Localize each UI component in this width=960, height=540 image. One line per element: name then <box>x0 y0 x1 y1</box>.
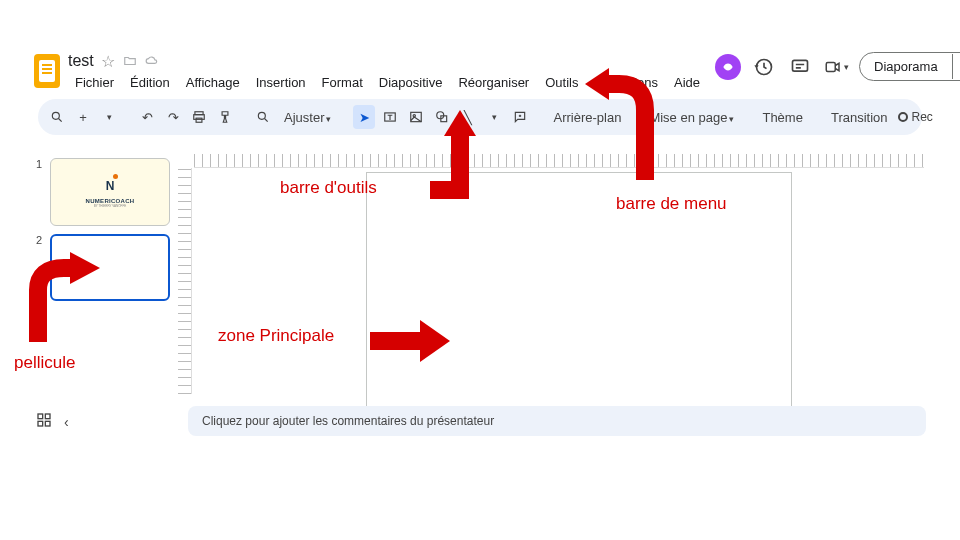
svg-rect-0 <box>793 60 808 71</box>
speaker-notes-placeholder: Cliquez pour ajouter les commentaires du… <box>202 414 494 428</box>
menu-file[interactable]: Fichier <box>68 72 121 93</box>
slide-canvas[interactable] <box>366 172 792 412</box>
zoom-fit-label[interactable]: Ajuster▾ <box>278 110 337 125</box>
menu-bar: Fichier Édition Affichage Insertion Form… <box>68 72 707 93</box>
svg-rect-1 <box>826 62 835 71</box>
rec-button[interactable]: Rec <box>898 110 939 124</box>
print-icon[interactable] <box>188 105 210 129</box>
shape-tool-icon[interactable] <box>431 105 453 129</box>
svg-rect-12 <box>38 414 43 419</box>
collapse-filmstrip-icon[interactable]: ‹ <box>64 414 69 430</box>
star-icon[interactable]: ☆ <box>100 53 116 69</box>
image-tool-icon[interactable] <box>405 105 427 129</box>
svg-point-6 <box>258 112 265 119</box>
slide-number-2: 2 <box>36 234 46 302</box>
slide-thumb-1[interactable]: NUMERICOACH BY THIERRY VANOFFE <box>50 158 170 226</box>
slideshow-dropdown[interactable]: ▾ <box>952 54 960 79</box>
logo-subtext: BY THIERRY VANOFFE <box>86 204 135 208</box>
svg-point-2 <box>52 112 59 119</box>
select-tool-icon[interactable]: ➤ <box>353 105 375 129</box>
cloud-status-icon[interactable] <box>144 53 160 69</box>
speaker-notes[interactable]: Cliquez pour ajouter les commentaires du… <box>188 406 926 436</box>
line-tool-icon[interactable]: ╲ <box>457 105 479 129</box>
layout-button[interactable]: Mise en page▾ <box>643 110 740 125</box>
slides-logo-icon[interactable] <box>34 54 60 88</box>
slide-thumb-2[interactable] <box>50 234 170 302</box>
zoom-icon[interactable] <box>252 105 274 129</box>
logo-text: NUMERICOACH <box>86 198 135 204</box>
title-bar: test ☆ Fichier Édition Affichage Inserti… <box>28 46 932 93</box>
editor-area <box>178 154 932 402</box>
comment-tool-icon[interactable] <box>509 105 531 129</box>
ruler-horizontal[interactable] <box>194 154 924 168</box>
history-icon[interactable] <box>751 54 777 80</box>
comments-icon[interactable] <box>787 54 813 80</box>
workspace: 1 NUMERICOACH BY THIERRY VANOFFE 2 <box>28 154 932 402</box>
extension-badge-icon[interactable] <box>715 54 741 80</box>
grid-view-icon[interactable] <box>36 412 52 432</box>
paint-format-icon[interactable] <box>214 105 236 129</box>
toolbar: + ▾ ↶ ↷ Ajuster▾ ➤ ╲ ▾ Arrière-plan Mise… <box>38 99 922 135</box>
filmstrip[interactable]: 1 NUMERICOACH BY THIERRY VANOFFE 2 <box>28 154 178 402</box>
slideshow-button[interactable]: Diaporama ▾ <box>859 52 960 81</box>
menu-extensions[interactable]: Extensions <box>587 72 665 93</box>
menu-format[interactable]: Format <box>315 72 370 93</box>
menu-help[interactable]: Aide <box>667 72 707 93</box>
undo-icon[interactable]: ↶ <box>136 105 158 129</box>
textbox-tool-icon[interactable] <box>379 105 401 129</box>
search-menu-icon[interactable] <box>46 105 68 129</box>
menu-tools[interactable]: Outils <box>538 72 585 93</box>
ruler-vertical[interactable] <box>178 168 192 394</box>
transition-button[interactable]: Transition <box>825 110 894 125</box>
new-slide-dropdown-icon[interactable]: ▾ <box>98 105 120 129</box>
document-name[interactable]: test <box>68 52 94 70</box>
menu-edit[interactable]: Édition <box>123 72 177 93</box>
menu-insert[interactable]: Insertion <box>249 72 313 93</box>
redo-icon[interactable]: ↷ <box>162 105 184 129</box>
slides-app: test ☆ Fichier Édition Affichage Inserti… <box>28 46 932 450</box>
slide-number-1: 1 <box>36 158 46 226</box>
svg-rect-15 <box>45 421 50 426</box>
menu-arrange[interactable]: Réorganiser <box>451 72 536 93</box>
theme-button[interactable]: Thème <box>756 110 808 125</box>
menu-slide[interactable]: Diapositive <box>372 72 450 93</box>
numericoach-logo-icon <box>100 176 120 196</box>
move-folder-icon[interactable] <box>122 53 138 69</box>
rec-dot-icon <box>898 112 908 122</box>
meet-icon[interactable]: ▾ <box>823 54 849 80</box>
menu-view[interactable]: Affichage <box>179 72 247 93</box>
svg-rect-13 <box>45 414 50 419</box>
background-button[interactable]: Arrière-plan <box>547 110 627 125</box>
svg-rect-14 <box>38 421 43 426</box>
line-dropdown-icon[interactable]: ▾ <box>483 105 505 129</box>
new-slide-icon[interactable]: + <box>72 105 94 129</box>
